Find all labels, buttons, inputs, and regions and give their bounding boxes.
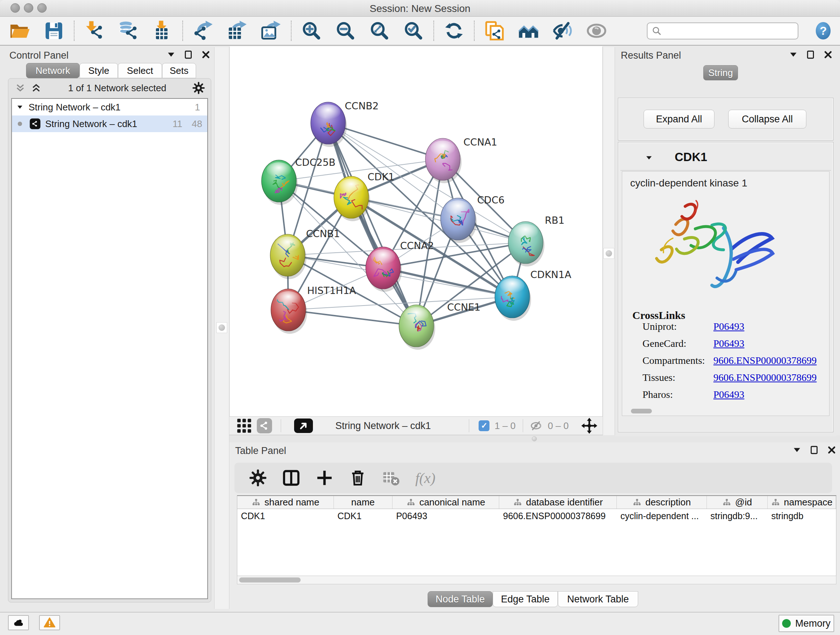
help-button[interactable]: ?	[816, 22, 831, 40]
tab-style[interactable]: Style	[80, 63, 118, 78]
table-cell[interactable]: P06493	[393, 509, 500, 523]
table-hscroll[interactable]	[237, 576, 836, 584]
tree-expander-icon[interactable]	[16, 103, 24, 111]
zoom-in-icon[interactable]	[301, 20, 322, 41]
home-pages-icon[interactable]	[518, 20, 539, 41]
crosslink-link[interactable]: P06493	[714, 389, 745, 401]
network-node-CCNB1[interactable]: CCNB1	[270, 228, 340, 279]
show-columns-icon[interactable]	[282, 469, 300, 487]
table-row[interactable]: CDK1CDK1P064939606.ENSP00000378699cyclin…	[237, 509, 836, 523]
crosslink-link[interactable]: 9606.ENSP00000378699	[714, 372, 816, 383]
horizontal-splitter[interactable]	[229, 435, 840, 442]
panel-float-icon[interactable]	[810, 445, 819, 455]
horizontal-splitter-grip[interactable]	[532, 436, 537, 441]
import-network-file-icon[interactable]	[84, 20, 105, 41]
show-panel-icon[interactable]	[586, 20, 607, 41]
save-session-icon[interactable]	[43, 20, 65, 41]
column-header-canonical-name[interactable]: canonical name	[393, 496, 500, 509]
network-canvas[interactable]: CCNB2CCNA1CDC25BCDK1CDC6RB1CCNB1CCNA2CDK…	[229, 46, 603, 416]
open-session-icon[interactable]	[9, 20, 30, 41]
panel-close-icon[interactable]	[201, 50, 210, 59]
table-cell[interactable]: cyclin-dependent ...	[617, 509, 707, 523]
table-cell[interactable]: CDK1	[334, 509, 393, 523]
collapse-all-networks-icon[interactable]	[14, 82, 27, 93]
panel-float-icon[interactable]	[806, 50, 815, 59]
expand-all-networks-icon[interactable]	[30, 82, 42, 93]
column-header-namespace[interactable]: namespace	[767, 496, 836, 509]
left-splitter-grip[interactable]	[216, 322, 227, 333]
selected-checkbox-icon[interactable]: ✓	[478, 420, 489, 431]
column-header--id[interactable]: @id	[707, 496, 767, 509]
column-header-description[interactable]: description	[617, 496, 707, 509]
tab-string[interactable]: String	[703, 65, 738, 80]
table-hscroll-thumb[interactable]	[239, 578, 301, 583]
network-collection-row[interactable]: String Network – cdk1 1	[12, 99, 207, 116]
grid-view-icon[interactable]	[236, 417, 253, 434]
column-header-name[interactable]: name	[334, 496, 393, 509]
refresh-view-icon[interactable]	[444, 20, 464, 41]
network-node-CDKN1A[interactable]: CDKN1A	[495, 269, 572, 321]
right-splitter[interactable]	[603, 47, 615, 435]
panel-close-icon[interactable]	[823, 50, 833, 59]
right-splitter-grip[interactable]	[603, 248, 614, 259]
network-row-selected[interactable]: String Network – cdk1 11 48	[12, 116, 207, 132]
table-cell[interactable]: stringdb:9...	[707, 509, 767, 523]
tab-edge-table[interactable]: Edge Table	[493, 591, 558, 607]
tab-node-table[interactable]: Node Table	[428, 591, 493, 607]
table-cell[interactable]: stringdb	[767, 509, 836, 523]
table-settings-gear-icon[interactable]	[249, 469, 267, 487]
network-node-RB1[interactable]: RB1	[508, 215, 564, 266]
panel-collapse-icon[interactable]	[166, 50, 176, 59]
crosslink-link[interactable]: P06493	[714, 321, 745, 333]
network-node-HIST1H1A[interactable]: HIST1H1A	[271, 285, 356, 334]
gene-header[interactable]: CDK1	[621, 144, 831, 171]
zoom-selected-icon[interactable]	[403, 20, 424, 41]
panel-float-icon[interactable]	[184, 50, 193, 59]
copy-share-icon[interactable]	[484, 20, 505, 41]
tab-network-table[interactable]: Network Table	[558, 591, 638, 607]
warnings-button[interactable]	[39, 615, 60, 630]
pan-move-icon[interactable]	[581, 417, 598, 434]
tab-network[interactable]: Network	[26, 63, 80, 78]
column-header-database-identifier[interactable]: database identifier	[499, 496, 616, 509]
table-cell[interactable]: 9606.ENSP00000378699	[500, 509, 617, 523]
export-network-icon[interactable]	[193, 20, 213, 41]
export-image-icon[interactable]	[261, 20, 281, 41]
column-header-shared-name[interactable]: shared name	[237, 496, 334, 509]
add-column-icon[interactable]	[316, 469, 333, 487]
network-node-CCNA1[interactable]: CCNA1	[425, 136, 497, 183]
network-node-CCNB2[interactable]: CCNB2	[311, 100, 379, 147]
left-splitter[interactable]	[214, 47, 229, 609]
search-field[interactable]	[647, 22, 798, 40]
import-network-database-icon[interactable]	[118, 20, 139, 41]
import-table-icon[interactable]	[152, 20, 173, 41]
share-view-gray-icon[interactable]	[256, 417, 273, 434]
network-list: String Network – cdk1 1 String Network –…	[11, 98, 208, 599]
crosslink-link[interactable]: P06493	[714, 338, 745, 349]
tab-select[interactable]: Select	[118, 63, 162, 78]
panel-close-icon[interactable]	[827, 445, 836, 455]
collapse-all-button[interactable]: Collapse All	[728, 110, 806, 128]
gene-collapse-icon[interactable]	[644, 154, 654, 162]
memory-button[interactable]: Memory	[778, 615, 834, 632]
network-graph[interactable]: CCNB2CCNA1CDC25BCDK1CDC6RB1CCNB1CCNA2CDK…	[230, 46, 602, 416]
delete-column-icon[interactable]	[349, 469, 367, 487]
hide-panels-icon[interactable]	[552, 20, 573, 41]
crosslink-link[interactable]: 9606.ENSP00000378699	[714, 355, 816, 366]
expand-all-button[interactable]: Expand All	[644, 110, 714, 128]
zoom-fit-icon[interactable]	[369, 20, 390, 41]
tab-sets[interactable]: Sets	[162, 63, 196, 78]
network-node-CDK1[interactable]: CDK1	[334, 171, 395, 221]
results-hscroll-thumb[interactable]	[631, 409, 652, 413]
search-input[interactable]	[662, 24, 794, 38]
table-cell[interactable]: CDK1	[237, 509, 334, 523]
export-table-icon[interactable]	[226, 20, 248, 41]
panel-collapse-icon[interactable]	[792, 445, 802, 455]
network-options-gear-icon[interactable]	[192, 81, 205, 95]
panel-collapse-icon[interactable]	[789, 50, 798, 59]
network-node-CDC6[interactable]: CDC6	[441, 195, 505, 243]
detach-view-button[interactable]	[294, 418, 313, 433]
cloud-status-button[interactable]	[8, 615, 29, 630]
network-edge[interactable]	[288, 310, 416, 326]
zoom-out-icon[interactable]	[335, 20, 356, 41]
